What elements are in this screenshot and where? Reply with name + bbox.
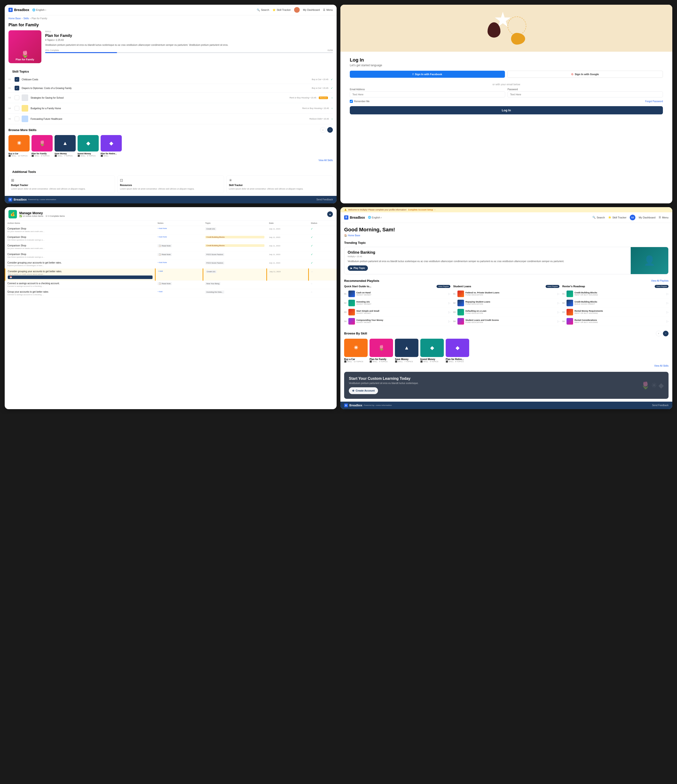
- dashboard-menu[interactable]: ☰ Menu: [659, 216, 669, 219]
- action-cell: Comparison Shop Use these questions to e…: [5, 234, 155, 243]
- alert-link[interactable]: Complete Account Setup →: [408, 208, 435, 211]
- play-icon-s1[interactable]: ▷: [557, 292, 560, 296]
- notes-cell-6[interactable]: + Add: [155, 268, 203, 280]
- dashboard-avatar[interactable]: SJ: [630, 215, 635, 220]
- play-icon-3[interactable]: ▷: [448, 311, 451, 314]
- password-input[interactable]: [507, 91, 663, 98]
- nav-logo[interactable]: B Breadbox: [8, 8, 30, 12]
- browse-skill-buy-car[interactable]: ✳ Buy a Car ⬛ SKILL 12 TOPICS: [344, 339, 368, 362]
- dashboard-footer-feedback[interactable]: Send Feedback: [652, 404, 669, 406]
- playlist-item: 02 Investing 101 INVEST MONEY ▷: [344, 299, 451, 308]
- playlist-item: 01 Cash on Hand INVEST MONEY ▷: [344, 289, 451, 299]
- skill-card-retire[interactable]: ◆ Plan for Retire... ⬛ SKILL: [101, 135, 122, 157]
- play-icon-2[interactable]: ▷: [448, 301, 451, 305]
- resources-card[interactable]: ⊡ Resources Lorem ipsum dolor sit amet c…: [117, 176, 224, 193]
- notes-cell-8[interactable]: + Add: [155, 289, 203, 297]
- dashboard-footer: B Breadbox Powered by • some information…: [340, 401, 672, 409]
- read-note-btn-4[interactable]: 📋 Read Note: [158, 253, 172, 256]
- playlist-renters-badge[interactable]: View Playlist: [655, 285, 669, 288]
- login-submit-btn[interactable]: Log In: [350, 106, 663, 114]
- breadcrumb-skills[interactable]: Skills: [23, 17, 29, 20]
- topic-row-3[interactable]: 03 Strategies for Saving for School Rent…: [8, 93, 333, 103]
- dashboard-logo[interactable]: B Breadbox: [344, 215, 365, 219]
- dashboard-search[interactable]: 🔍 Search: [592, 216, 605, 219]
- play-icon-r3[interactable]: ▷: [666, 311, 669, 314]
- panel-footer: B Breadbox Powered by • some information…: [5, 196, 337, 204]
- playlist-student-badge[interactable]: View Playlist: [546, 285, 560, 288]
- breadcrumb-home[interactable]: Home Base: [8, 17, 21, 20]
- email-input[interactable]: [350, 91, 505, 98]
- trending-card: Online Banking Multiply • 15:45 Vestibul…: [344, 247, 669, 274]
- create-account-btn[interactable]: ⊕ Create Account: [349, 387, 378, 394]
- remember-me-checkbox[interactable]: [350, 100, 353, 103]
- forgot-password-link[interactable]: Forgot Password: [645, 100, 663, 103]
- browse-skill-prev[interactable]: ‹: [656, 331, 661, 336]
- view-all-playlists-btn[interactable]: View All Playlists: [651, 280, 669, 282]
- topic-row-4[interactable]: 04 Budgeting for a Family Home Rent or B…: [8, 103, 333, 114]
- browse-more-section: Browse More Skills ‹ › ✳ Buy a Car ⬛ SKI…: [5, 124, 337, 165]
- skill-tracker-card[interactable]: ✳ Skill Tracker Lorem ipsum dolor sit am…: [226, 176, 333, 193]
- google-login-btn[interactable]: G Sign In with Google: [507, 71, 663, 78]
- play-icon-4[interactable]: ▷: [448, 320, 451, 323]
- nav-avatar[interactable]: [294, 7, 300, 13]
- nav-language[interactable]: 🌐 English ›: [32, 8, 46, 11]
- notes-cell-3[interactable]: 📋 Read Note: [155, 243, 203, 251]
- skill-card-plan-family[interactable]: 🌷 Plan for Family ⬛ SKILL 8 TOPICS: [31, 135, 53, 157]
- collapse-button[interactable]: ▲: [327, 212, 333, 217]
- view-all-link[interactable]: View All Skills: [318, 159, 333, 162]
- notes-cell-7[interactable]: 📋 Read Note: [155, 280, 203, 289]
- skill-card-buy-car[interactable]: ✳ Buy a Car ⬛ SKILL 12 TOPICS: [8, 135, 30, 157]
- notes-cell-4[interactable]: 📋 Read Note: [155, 251, 203, 260]
- browse-skill-save-money[interactable]: ▲ Save Money ⬛ SKILL 7 TOPICS: [395, 339, 418, 362]
- browse-next-btn[interactable]: ›: [327, 127, 333, 133]
- remember-me-label[interactable]: Remember Me: [350, 100, 370, 103]
- add-note-btn-2[interactable]: + Add Note: [158, 236, 167, 238]
- dashboard-my-dashboard[interactable]: My Dashboard: [639, 216, 656, 219]
- play-icon-r1[interactable]: ▷: [666, 292, 669, 296]
- budget-tracker-name: Budget Tracker: [11, 184, 112, 187]
- playlist-quickstart-badge[interactable]: View Playlist: [437, 285, 451, 288]
- topic-row-2[interactable]: 01 ✓ Diapers to Diplomas: Costs of a Gro…: [8, 84, 333, 93]
- dashboard-skill-tracker[interactable]: ⭐ Skill Tracker: [608, 216, 627, 219]
- play-icon-s3[interactable]: ▷: [557, 311, 560, 314]
- add-note-btn-5[interactable]: + Add Note: [158, 261, 167, 263]
- nav-search[interactable]: 🔍 Search: [257, 8, 269, 11]
- notes-cell-2[interactable]: + Add Note: [155, 234, 203, 243]
- home-base-link[interactable]: Home Base: [348, 234, 360, 237]
- browse-skill-plan-family[interactable]: 🌷 Plan for Family ⬛ SKILL 9 TOPICS: [370, 339, 393, 362]
- footer-feedback[interactable]: Send Feedback: [317, 198, 333, 201]
- browse-prev-btn[interactable]: ‹: [320, 127, 326, 133]
- browse-skill-retire[interactable]: ◆ Plan for Retire... ⬛ SKILL 8 TOPICS: [446, 339, 469, 362]
- play-topic-btn[interactable]: ▶ Play Topic: [348, 265, 368, 271]
- topic-cell-6: Credit 101: [203, 268, 267, 280]
- skill-card-save-money[interactable]: ▲ Save Money ⬛ SKILL 7 TOPICS: [55, 135, 76, 157]
- budget-tracker-card[interactable]: ⊞ Budget Tracker Lorem ipsum dolor sit a…: [8, 176, 115, 193]
- logo-text: Breadbox: [14, 8, 30, 12]
- dashboard-lang[interactable]: 🌐 English ›: [368, 216, 382, 219]
- browse-more-header: Browse More Skills ‹ ›: [8, 127, 333, 133]
- read-note-btn-7[interactable]: 📋 Read Note: [158, 282, 172, 285]
- play-icon-s2[interactable]: ▷: [557, 301, 560, 305]
- nav-menu[interactable]: ☰ Menu: [323, 8, 333, 11]
- facebook-login-btn[interactable]: f Sign In with Facebook: [350, 71, 505, 78]
- play-icon-r4[interactable]: ▷: [666, 320, 669, 323]
- browse-skill-next[interactable]: ›: [663, 331, 669, 336]
- play-icon-r2[interactable]: ▷: [666, 301, 669, 305]
- add-note-btn-8[interactable]: + Add: [158, 291, 162, 292]
- playlist-quickstart-header: Quick Start Guide to... View Playlist: [344, 285, 451, 288]
- notes-cell-5[interactable]: + Add Note: [155, 260, 203, 268]
- play-icon-1[interactable]: ▷: [448, 292, 451, 296]
- browse-view-all-link[interactable]: View All Skills: [654, 364, 669, 367]
- topic-row-5[interactable]: 05 Forecasting Future Healthcare Reduce …: [8, 114, 333, 124]
- action-cell: Comparison Shop Use these questions to e…: [5, 251, 155, 260]
- notes-cell-1[interactable]: + Add Note: [155, 226, 203, 234]
- skill-card-invest-money[interactable]: ◆ Invest Money ⬛ SKILL 8 TOPICS: [78, 135, 99, 157]
- read-note-btn-3[interactable]: 📋 Read Note: [158, 244, 172, 247]
- add-note-btn-1[interactable]: + Add Note: [158, 227, 167, 229]
- play-icon-s4[interactable]: ▷: [557, 320, 560, 323]
- nav-skill-tracker[interactable]: ⭐ Skill Tracker: [273, 8, 291, 11]
- add-note-btn-6[interactable]: + Add: [158, 270, 163, 272]
- browse-skill-invest-money[interactable]: ◆ Invest Money ⬛ SKILL 9 TOPICS: [420, 339, 444, 362]
- nav-dashboard[interactable]: My Dashboard: [303, 8, 320, 11]
- topic-row-1[interactable]: 01 ✓ Childcare Costs Buy a Car • 15:45 ✓: [8, 75, 333, 84]
